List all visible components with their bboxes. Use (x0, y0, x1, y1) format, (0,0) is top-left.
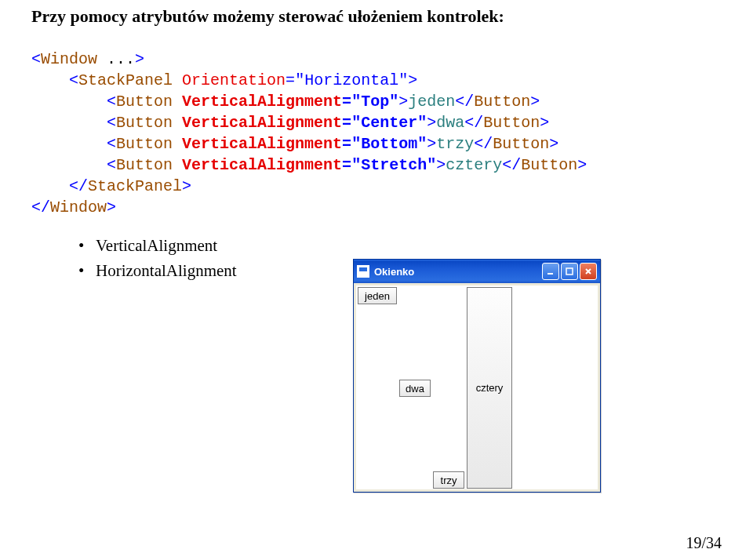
angle-bracket: < (107, 93, 116, 111)
close-icon (584, 267, 592, 275)
window-icon (357, 265, 369, 278)
xml-attr: VerticalAlignment (182, 156, 342, 174)
xml-tag: Button (116, 156, 173, 174)
angle-bracket: </ (455, 93, 474, 111)
close-button[interactable] (580, 263, 597, 280)
angle-bracket: < (107, 114, 116, 132)
xml-text: trzy (436, 135, 474, 153)
angle-bracket: < (107, 156, 116, 174)
angle-bracket: > (427, 135, 436, 153)
xml-attr: VerticalAlignment (182, 114, 342, 132)
code-block: <Window ...> <StackPanel Orientation="Ho… (31, 49, 722, 218)
demo-window: Okienko jeden dwa trzy cztery (353, 259, 601, 493)
eq: = (342, 156, 351, 174)
xml-val: "Top" (351, 93, 398, 111)
bullet-item: VerticalAlignment (78, 234, 722, 259)
svg-rect-0 (547, 273, 553, 275)
button-cztery[interactable]: cztery (467, 287, 512, 489)
sp (173, 156, 182, 174)
titlebar[interactable]: Okienko (354, 260, 600, 283)
sp (173, 93, 182, 111)
xml-val: "Stretch" (351, 156, 436, 174)
angle-bracket: > (408, 71, 417, 89)
angle-bracket: > (540, 114, 549, 132)
window-client-area: jeden dwa trzy cztery (356, 285, 598, 489)
page-number: 19/34 (686, 534, 722, 552)
xml-attr: VerticalAlignment (182, 135, 342, 153)
xml-tag: StackPanel (88, 177, 182, 195)
xml-tag: StackPanel (78, 71, 173, 89)
xml-val: "Bottom" (351, 135, 427, 153)
button-dwa[interactable]: dwa (399, 380, 431, 397)
angle-bracket: < (31, 50, 41, 68)
minimize-button[interactable] (542, 263, 559, 280)
eq: = (342, 135, 351, 153)
indent (31, 177, 69, 195)
xml-tag: Window (41, 50, 97, 68)
angle-bracket: </ (464, 114, 483, 132)
sp (173, 114, 182, 132)
indent (31, 93, 107, 111)
xml-tag: Button (116, 93, 173, 111)
window-title: Okienko (373, 266, 539, 278)
xml-tag: Window (50, 198, 107, 216)
angle-bracket: </ (69, 177, 88, 195)
eq: = (342, 93, 351, 111)
xml-attr: VerticalAlignment (182, 93, 342, 111)
angle-bracket: < (69, 71, 78, 89)
indent (31, 114, 107, 132)
sp (173, 135, 182, 153)
angle-bracket: > (135, 50, 144, 68)
angle-bracket: </ (502, 156, 521, 174)
sp (173, 71, 182, 89)
code-text: ... (97, 50, 135, 68)
button-trzy[interactable]: trzy (433, 471, 464, 489)
angle-bracket: </ (474, 135, 493, 153)
maximize-button[interactable] (561, 263, 578, 280)
button-jeden[interactable]: jeden (358, 287, 397, 304)
angle-bracket: </ (31, 198, 50, 216)
xml-tag: Button (493, 135, 549, 153)
angle-bracket: > (577, 156, 587, 174)
xml-val: "Center" (351, 114, 427, 132)
page-heading: Przy pomocy atrybutów możemy sterować uł… (31, 6, 722, 27)
svg-rect-1 (566, 268, 573, 275)
maximize-icon (566, 267, 573, 275)
xml-tag: Button (116, 135, 173, 153)
angle-bracket: > (530, 93, 540, 111)
indent (31, 135, 107, 153)
angle-bracket: > (427, 114, 436, 132)
minimize-icon (547, 267, 555, 275)
xml-attr: Orientation (182, 71, 286, 89)
xml-tag: Button (116, 114, 173, 132)
angle-bracket: > (107, 198, 116, 216)
angle-bracket: > (182, 177, 191, 195)
eq: = (286, 71, 295, 89)
xml-val: "Horizontal" (295, 71, 408, 89)
xml-text: cztery (446, 156, 502, 174)
angle-bracket: > (436, 156, 446, 174)
angle-bracket: > (549, 135, 558, 153)
indent (31, 71, 69, 89)
eq: = (342, 114, 351, 132)
xml-tag: Button (483, 114, 540, 132)
xml-text: jeden (408, 93, 455, 111)
xml-tag: Button (521, 156, 577, 174)
indent (31, 156, 107, 174)
angle-bracket: < (107, 135, 116, 153)
angle-bracket: > (398, 93, 408, 111)
xml-text: dwa (436, 114, 464, 132)
xml-tag: Button (474, 93, 530, 111)
